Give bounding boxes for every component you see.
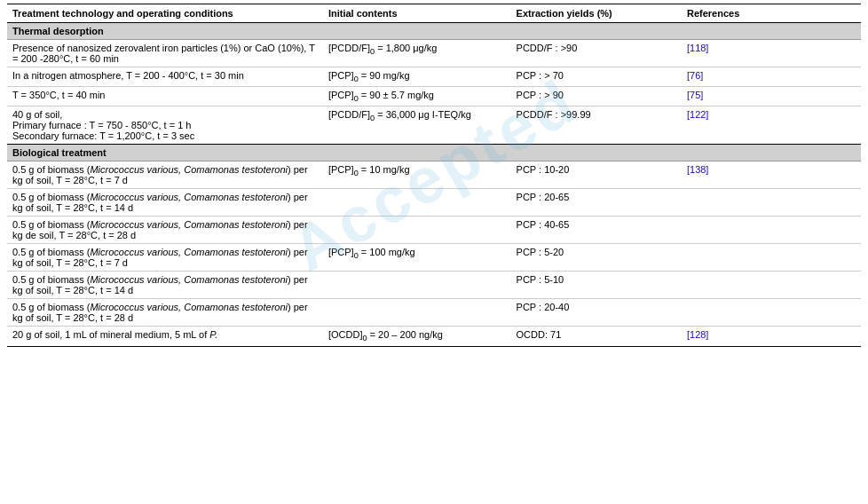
initial-cell: [PCP]0 = 90 ± 5.7 mg/kg xyxy=(323,87,511,106)
ref-cell xyxy=(682,217,861,244)
table-row: T = 350°C, t = 40 min [PCP]0 = 90 ± 5.7 … xyxy=(7,87,861,106)
ref-cell xyxy=(682,272,861,299)
ref-cell: [75] xyxy=(682,87,861,106)
initial-cell: [PCDD/F]0 = 36,000 μg I-TEQ/kg xyxy=(323,106,511,145)
condition-cell: 20 g of soil, 1 mL of mineral medium, 5 … xyxy=(7,327,323,346)
section-title-thermal: Thermal desorption xyxy=(7,23,861,40)
condition-cell: In a nitrogen atmosphere, T = 200 - 400°… xyxy=(7,67,323,87)
initial-cell xyxy=(323,272,511,299)
initial-cell: [PCDD/F]0 = 1,800 μg/kg xyxy=(323,40,511,67)
table-row: 20 g of soil, 1 mL of mineral medium, 5 … xyxy=(7,327,861,346)
ref-cell: [118] xyxy=(682,40,861,67)
yield-cell: PCP : 20-40 xyxy=(511,299,682,327)
condition-cell: 0.5 g of biomass (Micrococcus various, C… xyxy=(7,217,323,244)
yield-cell: PCP : 5-20 xyxy=(511,244,682,272)
initial-cell: [PCP]0 = 90 mg/kg xyxy=(323,67,511,87)
table-row: 40 g of soil,Primary furnace : T = 750 -… xyxy=(7,106,861,145)
col-header-initial: Initial contents xyxy=(323,4,511,23)
yield-cell: PCP : 5-10 xyxy=(511,272,682,299)
yield-cell: PCP : > 90 xyxy=(511,87,682,106)
ref-cell: [128] xyxy=(682,327,861,346)
yield-cell: PCDD/F : >90 xyxy=(511,40,682,67)
yield-cell: PCP : 20-65 xyxy=(511,189,682,217)
yield-cell: PCP : 10-20 xyxy=(511,161,682,189)
section-thermal: Thermal desorption xyxy=(7,23,861,40)
col-header-ref: References xyxy=(682,4,861,23)
ref-cell xyxy=(682,189,861,217)
condition-cell: Presence of nanosized zerovalent iron pa… xyxy=(7,40,323,67)
section-title-biological: Biological treatment xyxy=(7,145,861,161)
table-row: 0.5 g of biomass (Micrococcus various, C… xyxy=(7,299,861,327)
table-row: In a nitrogen atmosphere, T = 200 - 400°… xyxy=(7,67,861,87)
initial-cell xyxy=(323,299,511,327)
initial-cell xyxy=(323,189,511,217)
initial-cell: [PCP]0 = 10 mg/kg xyxy=(323,161,511,189)
main-table: Treatment technology and operating condi… xyxy=(7,4,861,347)
ref-cell xyxy=(682,299,861,327)
initial-cell xyxy=(323,217,511,244)
yield-cell: PCP : > 70 xyxy=(511,67,682,87)
section-biological: Biological treatment xyxy=(7,145,861,161)
condition-cell: 0.5 g of biomass (Micrococcus various, C… xyxy=(7,161,323,189)
yield-cell: OCDD: 71 xyxy=(511,327,682,346)
table-row: 0.5 g of biomass (Micrococcus various, C… xyxy=(7,272,861,299)
table-row: 0.5 g of biomass (Micrococcus various, C… xyxy=(7,244,861,272)
col-header-yield: Extraction yields (%) xyxy=(511,4,682,23)
condition-cell: 0.5 g of biomass (Micrococcus various, C… xyxy=(7,272,323,299)
ref-cell xyxy=(682,244,861,272)
condition-cell: T = 350°C, t = 40 min xyxy=(7,87,323,106)
table-row: 0.5 g of biomass (Micrococcus various, C… xyxy=(7,217,861,244)
ref-cell: [76] xyxy=(682,67,861,87)
condition-cell: 0.5 g of biomass (Micrococcus various, C… xyxy=(7,244,323,272)
col-header-condition: Treatment technology and operating condi… xyxy=(7,4,323,23)
ref-cell: [122] xyxy=(682,106,861,145)
initial-cell: [OCDD]0 = 20 – 200 ng/kg xyxy=(323,327,511,346)
ref-cell: [138] xyxy=(682,161,861,189)
table-row: 0.5 g of biomass (Micrococcus various, C… xyxy=(7,189,861,217)
yield-cell: PCDD/F : >99.99 xyxy=(511,106,682,145)
table-header-row: Treatment technology and operating condi… xyxy=(7,4,861,23)
table-container: Accepted Treatment technology and operat… xyxy=(0,0,868,350)
table-row: Presence of nanosized zerovalent iron pa… xyxy=(7,40,861,67)
table-row: 0.5 g of biomass (Micrococcus various, C… xyxy=(7,161,861,189)
yield-cell: PCP : 40-65 xyxy=(511,217,682,244)
initial-cell: [PCP]0 = 100 mg/kg xyxy=(323,244,511,272)
condition-cell: 40 g of soil,Primary furnace : T = 750 -… xyxy=(7,106,323,145)
condition-cell: 0.5 g of biomass (Micrococcus various, C… xyxy=(7,299,323,327)
condition-cell: 0.5 g of biomass (Micrococcus various, C… xyxy=(7,189,323,217)
